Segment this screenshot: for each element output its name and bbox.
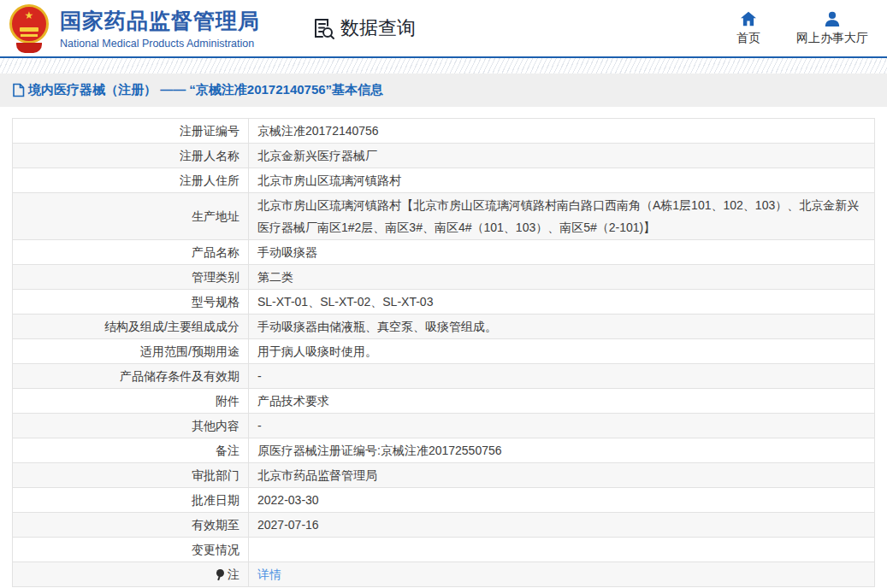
document-icon xyxy=(12,83,25,97)
nav-home-label: 首页 xyxy=(736,31,760,46)
row-label: 产品储存条件及有效期 xyxy=(13,364,249,388)
emblem-circle: ★ xyxy=(9,4,49,44)
nav-service-hall[interactable]: 网上办事大厅 xyxy=(796,11,868,46)
row-label-text: 生产地址 xyxy=(192,205,239,227)
row-value: 2027-07-16 xyxy=(249,513,874,537)
row-label-text: 备注 xyxy=(216,439,239,462)
breadcrumb: 境内医疗器械（注册） —— “京械注准20172140756”基本信息 xyxy=(0,74,887,107)
table-row: 批准日期2022-03-30 xyxy=(13,488,874,513)
row-label: 型号规格 xyxy=(13,290,249,314)
table-row: 备注原医疗器械注册证编号:京械注准20172550756 xyxy=(13,438,874,463)
nav-home[interactable]: 首页 xyxy=(736,11,760,46)
row-label: 批准日期 xyxy=(13,488,249,512)
row-value: 详情 xyxy=(249,562,874,586)
row-label: 产品名称 xyxy=(13,240,249,264)
emblem-gate xyxy=(20,27,38,32)
row-label-text: 产品名称 xyxy=(192,241,239,263)
row-label: 审批部门 xyxy=(13,463,249,487)
table-row: 产品储存条件及有效期- xyxy=(13,364,874,389)
row-label: 附件 xyxy=(13,389,249,413)
row-value: 2022-03-30 xyxy=(249,488,874,512)
table-row: 注册人住所北京市房山区琉璃河镇路村 xyxy=(13,168,874,193)
logo-text: 国家药品监督管理局 National Medical Products Admi… xyxy=(60,7,260,50)
table-row: 附件产品技术要求 xyxy=(13,389,874,414)
row-value: SL-XT-01、SL-XT-02、SL-XT-03 xyxy=(249,290,874,314)
row-value: 北京金新兴医疗器械厂 xyxy=(249,144,874,168)
row-value: 第二类 xyxy=(249,265,874,289)
row-label: 其他内容 xyxy=(13,414,249,438)
row-label-text: 结构及组成/主要组成成分 xyxy=(104,315,239,338)
site-subtitle: National Medical Products Administration xyxy=(60,38,260,50)
row-label: 有效期至 xyxy=(13,513,249,537)
site-title: 国家药品监督管理局 xyxy=(60,7,260,35)
row-label: 备注 xyxy=(13,438,249,462)
detail-link[interactable]: 详情 xyxy=(257,567,281,581)
row-label-text: 产品储存条件及有效期 xyxy=(120,365,239,387)
decorative-stripe-band xyxy=(0,58,887,74)
table-row: 审批部门北京市药品监督管理局 xyxy=(13,463,874,488)
data-query-label: 数据查询 xyxy=(340,15,416,41)
table-row: 其他内容- xyxy=(13,414,874,438)
main-content: 注册证编号京械注准20172140756注册人名称北京金新兴医疗器械厂注册人住所… xyxy=(0,107,887,587)
breadcrumb-text: 境内医疗器械（注册） —— “京械注准20172140756”基本信息 xyxy=(28,82,383,98)
row-label: 注册人住所 xyxy=(13,168,249,192)
row-value: 北京市药品监督管理局 xyxy=(249,463,874,487)
row-label: 结构及组成/主要组成成分 xyxy=(13,315,249,338)
row-label: 生产地址 xyxy=(13,193,249,239)
home-icon xyxy=(740,11,757,26)
row-label-text: 注册证编号 xyxy=(180,120,239,142)
data-query-title: 数据查询 xyxy=(311,15,416,41)
row-label: 变更情况 xyxy=(13,538,249,562)
document-search-icon xyxy=(311,16,335,40)
row-value xyxy=(249,538,874,562)
site-header: ★ 国家药品监督管理局 National Medical Products Ad… xyxy=(0,0,887,58)
row-value: 手动吸痰器 xyxy=(249,240,874,264)
table-row: 注册证编号京械注准20172140756 xyxy=(13,119,874,144)
row-value: 北京市房山区琉璃河镇路村【北京市房山区琉璃河镇路村南白路口西南角（A栋1层101… xyxy=(249,193,874,239)
nmpa-logo[interactable]: ★ 国家药品监督管理局 National Medical Products Ad… xyxy=(9,3,260,53)
row-label-text: 批准日期 xyxy=(192,489,239,511)
row-label-text: 适用范围/预期用途 xyxy=(140,340,239,362)
row-label-text: 审批部门 xyxy=(192,464,239,486)
row-label-text: 型号规格 xyxy=(192,291,239,313)
nav-service-hall-label: 网上办事大厅 xyxy=(796,31,868,46)
china-national-emblem-icon: ★ xyxy=(9,3,50,53)
table-row: 适用范围/预期用途用于病人吸痰时使用。 xyxy=(13,339,874,364)
row-label-text: 其他内容 xyxy=(192,415,239,437)
row-label: 注册证编号 xyxy=(13,119,249,143)
row-label: 注 xyxy=(13,562,249,586)
table-row: 结构及组成/主要组成成分手动吸痰器由储液瓶、真空泵、吸痰管组成。 xyxy=(13,315,874,339)
table-row: 注册人名称北京金新兴医疗器械厂 xyxy=(13,144,874,168)
row-label: 适用范围/预期用途 xyxy=(13,339,249,363)
row-value: - xyxy=(249,364,874,388)
row-value: 产品技术要求 xyxy=(249,389,874,413)
table-row: 管理类别第二类 xyxy=(13,265,874,290)
table-row: 变更情况 xyxy=(13,538,874,562)
table-row: 有效期至2027-07-16 xyxy=(13,513,874,538)
emblem-star: ★ xyxy=(25,10,34,21)
row-label-text: 注 xyxy=(228,563,239,585)
row-label-text: 有效期至 xyxy=(192,514,239,536)
row-label-text: 附件 xyxy=(216,390,239,412)
row-label: 注册人名称 xyxy=(13,144,249,168)
row-label-text: 注册人住所 xyxy=(180,169,239,191)
row-label-text: 变更情况 xyxy=(192,538,239,561)
row-value: - xyxy=(249,414,874,438)
row-label: 管理类别 xyxy=(13,265,249,289)
row-value: 用于病人吸痰时使用。 xyxy=(249,339,874,363)
row-value: 原医疗器械注册证编号:京械注准20172550756 xyxy=(249,438,874,462)
row-label-text: 注册人名称 xyxy=(180,144,239,167)
table-row: 型号规格SL-XT-01、SL-XT-02、SL-XT-03 xyxy=(13,290,874,315)
row-value: 手动吸痰器由储液瓶、真空泵、吸痰管组成。 xyxy=(249,315,874,338)
table-row: 生产地址北京市房山区琉璃河镇路村【北京市房山区琉璃河镇路村南白路口西南角（A栋1… xyxy=(13,193,874,240)
header-nav: 首页 网上办事大厅 xyxy=(736,11,868,46)
row-value: 京械注准20172140756 xyxy=(249,119,874,143)
row-label-text: 管理类别 xyxy=(192,266,239,288)
table-row: 注详情 xyxy=(13,562,874,587)
table-row: 产品名称手动吸痰器 xyxy=(13,240,874,265)
note-balloon-icon xyxy=(216,569,225,580)
emblem-ribbon xyxy=(16,43,42,53)
registration-info-table: 注册证编号京械注准20172140756注册人名称北京金新兴医疗器械厂注册人住所… xyxy=(12,118,875,587)
row-value: 北京市房山区琉璃河镇路村 xyxy=(249,168,874,192)
person-icon xyxy=(824,11,841,26)
